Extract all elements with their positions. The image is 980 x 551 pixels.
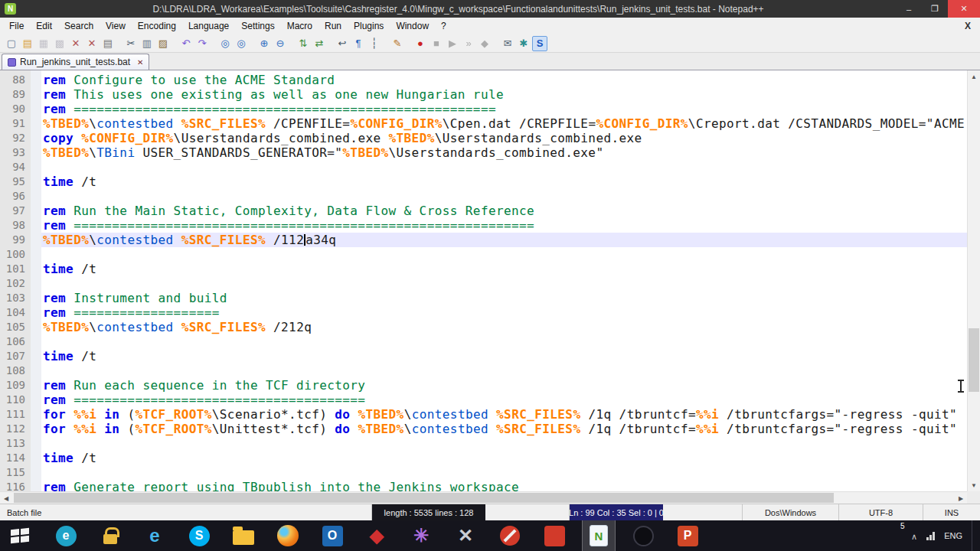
code-line-98[interactable]: rem ====================================… [41,218,967,233]
vertical-scroll-thumb[interactable] [969,328,979,392]
cut-button[interactable]: ✂ [123,36,139,51]
plugin-mime-tools-button[interactable]: ✉ [500,36,515,51]
vertical-scrollbar[interactable]: ▲ ▼ [967,70,980,491]
print-button[interactable]: ▤ [100,36,116,51]
save-button[interactable]: ▦ [36,36,51,51]
taskbar-app-lock[interactable] [93,520,127,551]
find-button[interactable]: ◎ [217,36,233,51]
bookmark-margin[interactable] [31,70,41,491]
code-line-96[interactable] [41,189,967,204]
scroll-down-arrow-icon[interactable]: ▼ [968,479,980,491]
code-line-97[interactable]: rem Run the Main Static, Complexity, Dat… [41,204,967,218]
word-wrap-button[interactable]: ↩ [335,36,350,51]
taskbar-app-pinwheel[interactable]: ✳ [404,520,438,551]
taskbar-app-crossed-tools[interactable]: ✕ [449,520,482,551]
maximize-button[interactable]: ❐ [922,0,948,18]
menu-item-window[interactable]: Window [390,18,435,34]
undo-button[interactable]: ↶ [178,36,194,51]
menubar-close-icon[interactable]: X [956,21,980,31]
code-line-107[interactable]: time /t [41,349,967,364]
code-line-95[interactable]: time /t [41,174,967,189]
code-line-114[interactable]: time /t [41,451,967,465]
taskbar-app-red[interactable] [537,520,571,551]
code-line-103[interactable]: rem Instrument and build [41,291,967,305]
zoom-out-button[interactable]: ⊖ [273,36,288,51]
taskbar-app-notepad-plus-plus[interactable]: N [582,520,616,551]
code-line-105[interactable]: %TBED%\contestbed %SRC_FILES% /212q [41,320,967,334]
horizontal-scroll-track[interactable] [12,492,955,504]
run-macro-multiple-button[interactable]: » [461,36,476,51]
code-line-100[interactable] [41,247,967,262]
code-line-113[interactable] [41,436,967,451]
code-line-93[interactable]: %TBED%\TBini USER_STANDARDS_GENERATOR="%… [41,145,967,160]
code-line-90[interactable]: rem ====================================… [41,102,967,116]
line-number-margin[interactable]: 8889909192939495969798991001011021031041… [0,70,31,491]
save-macro-button[interactable]: ◆ [477,36,492,51]
close-all-button[interactable]: ✕ [84,36,100,51]
zoom-in-button[interactable]: ⊕ [256,36,272,51]
code-line-110[interactable]: rem ====================================… [41,393,967,407]
vertical-scroll-track[interactable] [968,83,980,479]
code-line-106[interactable] [41,334,967,349]
taskbar-app-firefox[interactable] [271,520,305,551]
menu-item-edit[interactable]: Edit [30,18,58,34]
menu-item-macro[interactable]: Macro [281,18,318,34]
code-line-111[interactable]: for %%i in (%TCF_ROOT%\Scenario*.tcf) do… [41,407,967,422]
show-all-characters-button[interactable]: ¶ [351,36,366,51]
replace-button[interactable]: ◎ [234,36,249,51]
code-line-109[interactable]: rem Run each sequence in the TCF directo… [41,378,967,393]
menu-item-file[interactable]: File [3,18,30,34]
copy-button[interactable]: ▥ [139,36,155,51]
menu-item-language[interactable]: Language [182,18,235,34]
sync-vertical-button[interactable]: ⇅ [296,36,311,51]
taskbar-app-blocked[interactable] [493,520,527,551]
taskbar-app-internet-explorer[interactable]: e [138,520,172,551]
menu-item-run[interactable]: Run [318,18,348,34]
code-line-88[interactable]: rem Configure to use the ACME Standard [41,73,967,87]
taskbar-app-powerpoint[interactable]: P [671,520,704,551]
close-button[interactable]: ✕ [948,0,980,18]
sync-horizontal-button[interactable]: ⇄ [312,36,327,51]
minimize-button[interactable]: – [896,0,922,18]
menu-item-search[interactable]: Search [58,18,100,34]
start-button[interactable] [0,520,40,551]
open-folder-button[interactable]: ▤ [20,36,35,51]
plugin-s-button[interactable]: S [532,36,547,51]
code-line-94[interactable] [41,160,967,174]
code-line-101[interactable]: time /t [41,262,967,276]
scroll-left-arrow-icon[interactable]: ◀ [0,492,12,504]
language-indicator[interactable]: ENG [944,531,962,540]
code-line-102[interactable] [41,276,967,291]
user-defined-dialog-button[interactable]: ✎ [390,36,405,51]
code-line-104[interactable]: rem =================== [41,305,967,320]
horizontal-scrollbar[interactable]: ◀ ▶ [0,491,967,504]
code-line-91[interactable]: %TBED%\contestbed %SRC_FILES% /CPENFILE=… [41,116,967,131]
menu-item-plugins[interactable]: Plugins [348,18,390,34]
stop-macro-button[interactable]: ■ [429,36,444,51]
code-line-89[interactable]: rem This uses one existing as well as on… [41,87,967,102]
tab-close-icon[interactable]: ✕ [137,58,143,67]
tray-expand-icon[interactable]: ∧ [911,532,917,542]
taskbar-app-ruby[interactable]: ◆ [360,520,394,551]
taskbar-app-file-explorer[interactable] [227,520,260,551]
text-area[interactable]: rem Configure to use the ACME Standardre… [41,70,967,491]
taskbar-app-internet-ring[interactable]: e [49,520,83,551]
show-desktop-button[interactable] [972,520,978,551]
play-macro-button[interactable]: ▶ [445,36,460,51]
tab-run-jenkins-unit-tests[interactable]: Run_jenkins_unit_tests.bat ✕ [2,54,149,70]
horizontal-scroll-thumb[interactable] [14,493,834,503]
record-macro-button[interactable]: ● [413,36,428,51]
new-file-button[interactable]: ▢ [4,36,19,51]
code-line-92[interactable]: copy %CONFIG_DIR%\Userstandards_combined… [41,131,967,145]
code-line-108[interactable] [41,364,967,378]
code-line-112[interactable]: for %%i in (%TCF_ROOT%\Unittest*.tcf) do… [41,422,967,436]
menu-item-help[interactable]: ? [435,18,452,34]
network-icon[interactable] [926,532,935,540]
redo-button[interactable]: ↷ [194,36,210,51]
menu-item-view[interactable]: View [100,18,132,34]
taskbar-app-outlook[interactable]: O [315,520,349,551]
taskbar-app-dark-circle[interactable] [626,520,660,551]
save-all-button[interactable]: ▩ [52,36,67,51]
paste-button[interactable]: ▨ [155,36,171,51]
code-line-115[interactable] [41,465,967,480]
